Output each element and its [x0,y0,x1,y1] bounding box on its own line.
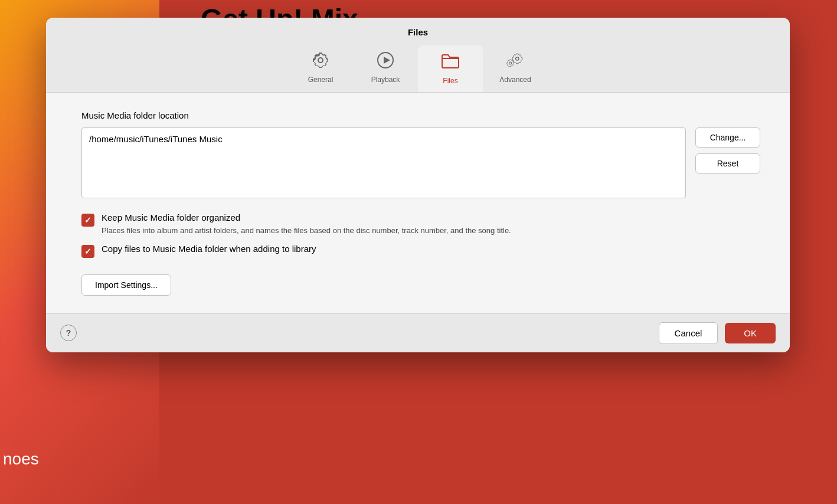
folder-row: Change... Reset [81,127,760,198]
tab-files[interactable]: Files [418,45,483,92]
tab-advanced[interactable]: Advanced [483,45,548,92]
help-button[interactable]: ? [60,325,77,341]
dialog-header: Files General [46,18,790,93]
dialog: Files General [46,18,790,352]
copy-files-row: Copy files to Music Media folder when ad… [81,244,760,258]
tab-files-label: Files [443,77,457,85]
copy-files-label: Copy files to Music Media folder when ad… [102,244,760,254]
tabs-toolbar: General Playback [46,45,790,92]
play-icon [377,51,394,72]
tab-playback-label: Playback [371,76,400,84]
folder-section-label: Music Media folder location [81,110,760,120]
tab-general[interactable]: General [288,45,353,92]
dialog-title: Files [46,27,790,37]
gear-icon [312,51,329,72]
footer-actions: Cancel OK [659,322,776,344]
tab-general-label: General [308,76,334,84]
import-settings-button[interactable]: Import Settings... [81,274,171,296]
dialog-body: Music Media folder location Change... Re… [46,93,790,313]
copy-files-checkbox[interactable] [81,245,94,258]
keep-organized-label: Keep Music Media folder organized [102,212,760,222]
folder-icon [441,51,460,73]
folder-buttons: Change... Reset [695,127,760,174]
reset-button[interactable]: Reset [695,153,760,174]
keep-organized-row: Keep Music Media folder organized Places… [81,212,760,237]
keep-organized-checkbox[interactable] [81,214,94,227]
cancel-button[interactable]: Cancel [659,322,718,344]
change-button[interactable]: Change... [695,127,760,148]
ok-button[interactable]: OK [725,323,776,343]
svg-marker-1 [384,57,390,64]
tab-playback[interactable]: Playback [353,45,418,92]
dialog-footer: ? Cancel OK [46,313,790,352]
gear-advanced-icon [506,51,524,72]
keep-organized-description: Places files into album and artist folde… [102,225,760,237]
folder-path-input[interactable] [81,127,686,198]
copy-files-text: Copy files to Music Media folder when ad… [102,244,760,254]
bottom-text: noes [0,450,39,469]
tab-advanced-label: Advanced [499,76,531,84]
keep-organized-text: Keep Music Media folder organized Places… [102,212,760,237]
